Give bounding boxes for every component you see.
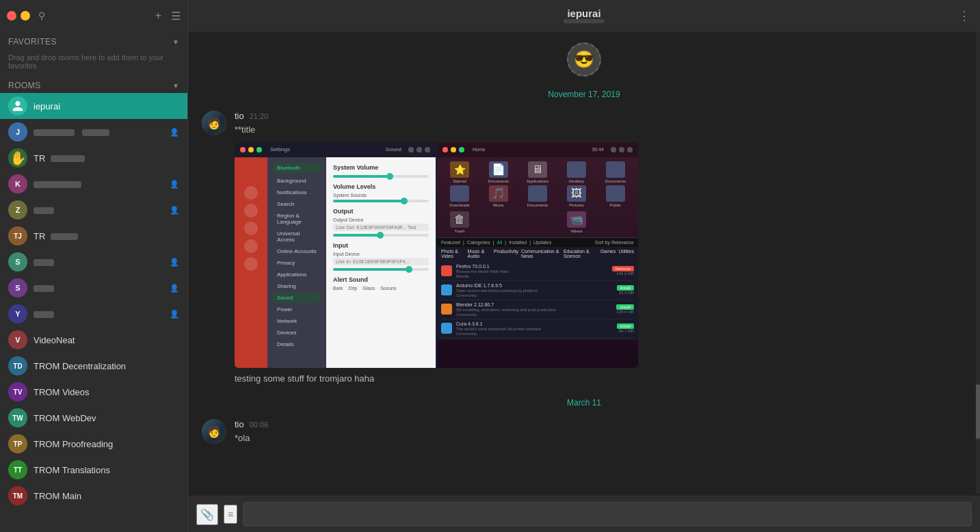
ss-app-arduino: Arduino IDE 1.7.8.9.5Open source electro… bbox=[441, 281, 634, 300]
room-item-trom-decentralization[interactable]: TD TROM Decentralization bbox=[0, 353, 187, 379]
header-room-subtitle bbox=[564, 19, 605, 23]
avatar-trom-proofreading: TP bbox=[8, 434, 27, 453]
screenshot-left: Settings Sound bbox=[235, 142, 436, 368]
ss-blender-icon bbox=[441, 304, 452, 315]
ss-firefox-remove-btn[interactable]: Remove bbox=[612, 266, 634, 271]
room-item-y[interactable]: Y 👤 bbox=[0, 301, 187, 327]
ss-file-desktop: Desktop bbox=[558, 161, 595, 183]
ss-cura-name: Cura 4.3.8.1The world's most advanced 3d… bbox=[456, 321, 613, 336]
messages-area[interactable]: 😎 November 17, 2019 🧑 tio 21:20 **title bbox=[188, 31, 980, 496]
ss-file-grid-2: 🗑 Trash 📹 Videos bbox=[437, 211, 638, 237]
room-item-tr1[interactable]: ✋ TR bbox=[0, 145, 187, 171]
ss-file-topbar: Home 36:44 bbox=[437, 142, 638, 157]
traffic-lights bbox=[7, 11, 30, 21]
avatar-iepurai bbox=[8, 96, 27, 116]
room-item-trom-proofreading[interactable]: TP TROM Proofreading bbox=[0, 431, 187, 457]
scrollbar-track[interactable] bbox=[976, 31, 980, 494]
format-button[interactable]: ≡ bbox=[224, 505, 237, 524]
header-title-group: iepurai bbox=[564, 8, 605, 23]
dm-icon-y: 👤 bbox=[170, 310, 179, 319]
room-info-s2 bbox=[34, 283, 163, 293]
close-window-button[interactable] bbox=[7, 11, 16, 21]
search-button[interactable]: ⚲ bbox=[38, 10, 45, 21]
avatar-s1: S bbox=[8, 252, 27, 271]
avatar-z: Z bbox=[8, 200, 27, 220]
favorites-header[interactable]: Favorites ▼ bbox=[8, 37, 179, 46]
ss-file-applications: 🖥 Applications bbox=[519, 161, 556, 183]
room-info-videoneat: VideoNeat bbox=[34, 335, 179, 345]
room-info-j bbox=[34, 127, 163, 137]
rooms-section-header: Rooms ▼ bbox=[0, 75, 187, 93]
dm-icon-z: 👤 bbox=[170, 206, 179, 215]
ss-cura-install-btn[interactable]: install bbox=[617, 323, 634, 329]
ss-app-firefox: Firefox 70.0.0.1Browse the World Wide We… bbox=[441, 262, 634, 281]
menu-button[interactable]: ☰ bbox=[171, 10, 181, 23]
msg-sender-2: tio bbox=[235, 419, 244, 429]
input-area: 📎 ≡ bbox=[188, 496, 980, 532]
avatar-k: K bbox=[8, 174, 27, 194]
ss-settings-list: Bluetooth Background Notifications Searc… bbox=[267, 157, 326, 368]
msg-screenshot: Settings Sound bbox=[235, 142, 638, 368]
room-item-trom-webdev[interactable]: TW TROM WebDev bbox=[0, 405, 187, 431]
ss-file-documents3: Documents bbox=[519, 185, 556, 207]
ss-sound-panel: System Volume Volume Levels System Sound… bbox=[326, 157, 436, 368]
ss-sidebar bbox=[235, 157, 267, 368]
ss-blender-install-btn[interactable]: install bbox=[616, 304, 634, 310]
room-name-j bbox=[34, 127, 163, 137]
msg-avatar-tio: 🧑 bbox=[202, 111, 226, 135]
room-name-tj: TR bbox=[34, 231, 179, 241]
room-name-trom-videos: TROM Videos bbox=[34, 387, 179, 397]
scrollbar-thumb[interactable] bbox=[976, 384, 980, 439]
attach-button[interactable]: 📎 bbox=[196, 504, 218, 525]
avatar-trom-main: TM bbox=[8, 486, 27, 505]
room-item-trom-translations[interactable]: TT TROM Translations bbox=[0, 457, 187, 483]
ss-blender-btn-group: install 228.6 MB bbox=[616, 304, 634, 314]
ss-app-categories: Photo & Video Music & Audio Productivity… bbox=[437, 247, 638, 261]
room-item-k[interactable]: K 👤 bbox=[0, 171, 187, 197]
msg-text-1a: **title bbox=[235, 123, 966, 137]
room-name-s1 bbox=[34, 257, 163, 267]
avatar-s2: S bbox=[8, 278, 27, 297]
room-item-videoneat[interactable]: V VideoNeat bbox=[0, 327, 187, 353]
ss-blender-name: Blender 2.12.80.73D modeling, animation,… bbox=[456, 302, 612, 317]
ss-titlebar-left: Settings Sound bbox=[235, 142, 436, 157]
room-name-trom-main: TROM Main bbox=[34, 491, 179, 501]
date-divider-mar: March 11 bbox=[202, 396, 966, 408]
ss-app-cura: Cura 4.3.8.1The world's most advanced 3d… bbox=[441, 319, 634, 338]
room-name-y bbox=[34, 309, 163, 319]
room-item-tj[interactable]: TJ TR bbox=[0, 223, 187, 249]
room-item-s1[interactable]: S 👤 bbox=[0, 249, 187, 275]
date-mar-label: March 11 bbox=[567, 398, 601, 408]
room-item-iepurai[interactable]: iepurai bbox=[0, 93, 187, 119]
ss-arduino-name: Arduino IDE 1.7.8.9.5Open source electro… bbox=[456, 283, 613, 297]
room-item-z[interactable]: Z 👤 bbox=[0, 197, 187, 223]
room-name-trom-decentralization: TROM Decentralization bbox=[34, 361, 179, 371]
ss-arduino-install-btn[interactable]: install bbox=[617, 285, 634, 291]
room-info-z bbox=[34, 205, 163, 215]
msg-text-1b: testing some stuff for tromjaro haha bbox=[235, 372, 966, 386]
ss-firefox-btn-group: Remove 199.6 MB bbox=[612, 266, 634, 276]
ss-arduino-btn-group: install 26.3 MB bbox=[617, 285, 634, 295]
avatar-j: J bbox=[8, 122, 27, 142]
message-input[interactable] bbox=[243, 502, 972, 527]
minimize-window-button[interactable] bbox=[21, 11, 30, 21]
room-item-trom-videos[interactable]: TV TROM Videos bbox=[0, 379, 187, 405]
more-options-button[interactable]: ⋮ bbox=[958, 8, 970, 23]
message-row-2: 🧑 tio 00:06 *ola bbox=[202, 419, 966, 445]
room-item-j[interactable]: J 👤 bbox=[0, 119, 187, 145]
room-item-trom-main[interactable]: TM TROM Main bbox=[0, 483, 187, 509]
ss-firefox-name: Firefox 70.0.0.1Browse the World Wide We… bbox=[456, 264, 608, 278]
room-info-trom-videos: TROM Videos bbox=[34, 387, 179, 397]
room-item-s2[interactable]: S 👤 bbox=[0, 275, 187, 301]
ss-file-music: 🎵 Music bbox=[480, 185, 517, 207]
room-emoji: 😎 bbox=[202, 42, 966, 77]
rooms-header[interactable]: Rooms ▼ bbox=[8, 81, 179, 90]
ss-file-docs: 📄 Documents bbox=[480, 161, 517, 183]
room-name-trom-webdev: TROM WebDev bbox=[34, 413, 179, 423]
compose-button[interactable]: + bbox=[155, 10, 161, 22]
avatar-trom-videos: TV bbox=[8, 382, 27, 401]
ss-arduino-icon bbox=[441, 284, 452, 295]
dm-icon-s1: 👤 bbox=[170, 258, 179, 267]
ss-file-documents2: Documents bbox=[597, 161, 634, 183]
favorites-arrow: ▼ bbox=[172, 38, 179, 46]
